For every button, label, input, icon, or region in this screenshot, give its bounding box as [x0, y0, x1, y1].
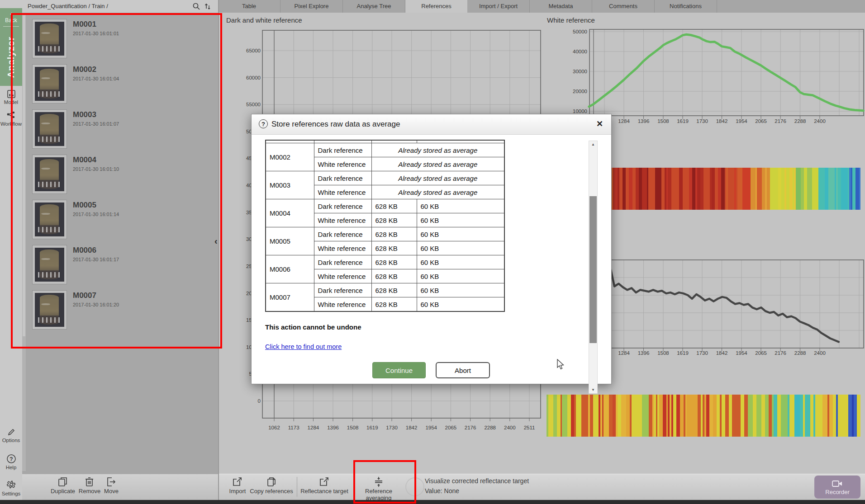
svg-text:1284: 1284 — [618, 118, 630, 124]
scrollbar-up-icon[interactable]: ▲ — [589, 141, 597, 148]
scrollbar-thumb[interactable] — [23, 15, 25, 336]
raw-size-cell: 628 KB — [371, 199, 417, 213]
sample-photo — [35, 22, 64, 56]
dialog-scrollbar[interactable]: ▲ ▼ — [589, 141, 598, 394]
status-cell: Already stored as average — [371, 185, 504, 199]
tab-analyse-tree[interactable]: Analyse Tree — [343, 0, 405, 13]
sample-name: M0003 — [73, 110, 119, 119]
move-label: Move — [101, 488, 122, 495]
strip-band — [855, 168, 859, 210]
tab-notifications[interactable]: Notifications — [655, 0, 717, 13]
sidebar-item-settings[interactable]: Settings — [0, 479, 22, 496]
remove-button[interactable]: Remove — [77, 476, 102, 495]
dialog-titlebar: ? Store references raw data as average ✕ — [252, 114, 611, 135]
sample-thumbnail — [32, 290, 67, 330]
svg-text:1954: 1954 — [425, 425, 437, 430]
dialog-scrollbar-thumb[interactable] — [589, 196, 597, 343]
sample-photo — [35, 293, 64, 327]
reflectance-target-button[interactable]: Reflectance target — [300, 476, 348, 495]
strip-band — [825, 168, 828, 210]
tab-import-export[interactable]: Import / Export — [467, 0, 530, 13]
duplicate-button[interactable]: Duplicate — [48, 476, 77, 495]
sample-item-m0001[interactable]: M00012017-01-30 16:01:01 — [32, 19, 213, 58]
svg-text:1842: 1842 — [716, 350, 728, 356]
sample-item-m0002[interactable]: M00022017-01-30 16:01:04 — [32, 64, 213, 104]
strip-band — [737, 168, 741, 210]
dialog-warning-text: This action cannot be undone — [265, 323, 361, 331]
sample-item-m0006[interactable]: M00062017-01-30 16:01:17 — [32, 245, 213, 284]
raw-size-cell: 628 KB — [371, 283, 417, 297]
sidebar-item-model[interactable]: Model — [0, 89, 22, 105]
strip-band — [686, 168, 689, 210]
strip-band — [828, 168, 832, 210]
bag-glint-top — [41, 303, 50, 306]
strip-band — [629, 168, 632, 210]
sample-meta: M00052017-01-30 16:01:14 — [73, 200, 119, 239]
sort-arrows-icon[interactable] — [203, 2, 212, 11]
svg-text:1284: 1284 — [618, 350, 630, 356]
svg-text:2176: 2176 — [775, 118, 786, 124]
back-chevron-icon: ‹ — [0, 10, 22, 17]
move-button[interactable]: Move — [101, 476, 122, 495]
recorder-button[interactable]: Recorder — [814, 476, 860, 499]
sample-item-m0003[interactable]: M00032017-01-30 16:01:07 — [32, 109, 213, 149]
raw-size-cell: 628 KB — [371, 227, 417, 241]
strip-band — [659, 395, 663, 437]
search-icon[interactable] — [192, 2, 201, 11]
strip-band — [700, 168, 703, 210]
abort-button[interactable]: Abort — [436, 362, 490, 378]
strip-band — [709, 395, 713, 437]
reference-averaging-button[interactable]: Reference averaging — [352, 476, 405, 501]
continue-button[interactable]: Continue — [372, 362, 426, 378]
svg-text:?: ? — [10, 456, 13, 462]
find-out-more-link[interactable]: Click here to find out more — [265, 343, 342, 350]
visualize-toggle-icon[interactable] — [405, 477, 424, 496]
sample-meta: M00062017-01-30 16:01:17 — [73, 245, 119, 284]
sample-list-scrollbar[interactable] — [22, 14, 26, 471]
chart-corrected_reflectance_target: 1173128413961508161917301842195420652176… — [589, 260, 864, 356]
dialog-help-icon[interactable]: ? — [259, 119, 268, 128]
svg-text:55000: 55000 — [246, 102, 261, 107]
collapse-panel-icon[interactable]: ‹ — [214, 236, 218, 246]
strip-band — [614, 168, 618, 210]
strip-band — [800, 395, 803, 437]
tab-table[interactable]: Table — [218, 0, 280, 13]
tab-pixel-explore[interactable]: Pixel Explore — [280, 0, 343, 13]
sidebar-item-workflow[interactable]: Workflow — [0, 111, 22, 127]
tab-metadata[interactable]: Metadata — [530, 0, 592, 13]
scrollbar-down-icon[interactable]: ▼ — [589, 386, 597, 393]
breadcrumb[interactable]: Powder_Quantification / Train / — [28, 3, 108, 9]
table-row: M0007Dark reference628 KB60 KB — [266, 283, 504, 297]
strip-band — [732, 395, 736, 437]
raw-size-cell: 628 KB — [371, 297, 417, 312]
strip-band — [690, 395, 694, 437]
sidebar-item-options[interactable]: Options — [0, 428, 22, 443]
strip-band — [854, 395, 857, 437]
close-icon[interactable]: ✕ — [596, 119, 603, 129]
sample-item-m0005[interactable]: M00052017-01-30 16:01:14 — [32, 200, 213, 239]
analyzer-mode-strip[interactable]: ‹ Back Analyzer — [0, 8, 22, 86]
bag-glint-top — [41, 32, 50, 34]
raw-size-cell: 628 KB — [371, 269, 417, 283]
sample-meta: M00072017-01-30 16:01:20 — [73, 290, 119, 330]
dialog-title: Store references raw data as average — [271, 120, 400, 129]
tab-comments[interactable]: Comments — [592, 0, 655, 13]
tab-references[interactable]: References — [405, 0, 467, 13]
sidebar-item-help[interactable]: ? Help — [0, 454, 22, 470]
status-cell: Already stored as average — [371, 157, 504, 171]
bag-glint-top — [41, 258, 50, 260]
sample-name: M0007 — [73, 291, 119, 300]
copy-references-button[interactable]: Copy references — [247, 476, 296, 495]
svg-text:60000: 60000 — [246, 75, 261, 80]
strip-band — [844, 168, 847, 210]
svg-text:2511: 2511 — [524, 425, 535, 430]
sample-item-m0007[interactable]: M00072017-01-30 16:01:20 — [32, 290, 213, 330]
strip-band — [819, 395, 822, 437]
strip-band — [769, 395, 772, 437]
back-button[interactable]: ‹ Back — [0, 10, 22, 24]
strip-band — [757, 168, 760, 210]
sample-item-m0004[interactable]: M00042017-01-30 16:01:10 — [32, 155, 213, 194]
strip-band — [753, 395, 756, 437]
svg-text:65000: 65000 — [246, 48, 261, 53]
app-sidebar: ‹ Back Analyzer Model Workflow — [0, 0, 22, 504]
